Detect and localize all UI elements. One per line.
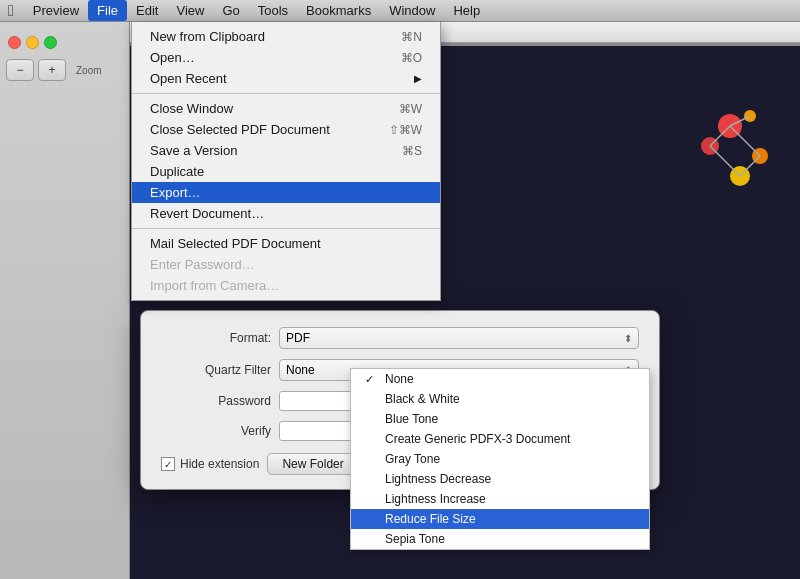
traffic-lights	[0, 30, 129, 55]
verify-label: Verify	[161, 424, 271, 438]
molecule-decoration	[580, 66, 780, 266]
quartz-item-pdfx3[interactable]: Create Generic PDFX-3 Document	[351, 429, 649, 449]
format-label: Format:	[161, 331, 271, 345]
menu-help[interactable]: Help	[444, 0, 489, 21]
menu-separator-1	[132, 93, 440, 94]
menu-item-revert[interactable]: Revert Document…	[132, 203, 440, 224]
checkmark-none: ✓	[365, 373, 379, 386]
menu-window[interactable]: Window	[380, 0, 444, 21]
menu-preview[interactable]: Preview	[24, 0, 88, 21]
menu-file[interactable]: File	[88, 0, 127, 21]
file-menu-dropdown: New from Clipboard ⌘N Open… ⌘O Open Rece…	[131, 22, 441, 301]
menu-go[interactable]: Go	[213, 0, 248, 21]
minimize-button[interactable]	[26, 36, 39, 49]
quartz-dropdown: ✓ None Black & White Blue Tone Create Ge…	[350, 368, 650, 550]
svg-line-9	[710, 146, 740, 176]
close-button[interactable]	[8, 36, 21, 49]
menu-separator-2	[132, 228, 440, 229]
quartz-item-lightness-dec[interactable]: Lightness Decrease	[351, 469, 649, 489]
zoom-label: Zoom	[70, 65, 108, 76]
zoom-toolbar: − + Zoom	[0, 55, 129, 85]
quartz-item-gray[interactable]: Gray Tone	[351, 449, 649, 469]
hide-extension-area: ✓ Hide extension	[161, 457, 259, 471]
menu-item-open[interactable]: Open… ⌘O	[132, 47, 440, 68]
hide-extension-label: Hide extension	[180, 457, 259, 471]
menu-edit[interactable]: Edit	[127, 0, 167, 21]
menu-tools[interactable]: Tools	[249, 0, 297, 21]
quartz-item-reduce[interactable]: Reduce File Size	[351, 509, 649, 529]
menu-item-mail-pdf[interactable]: Mail Selected PDF Document	[132, 233, 440, 254]
menu-bar-items: Preview File Edit View Go Tools Bookmark…	[24, 0, 489, 21]
sidebar: − + Zoom	[0, 22, 130, 579]
menu-item-duplicate[interactable]: Duplicate	[132, 161, 440, 182]
svg-line-6	[740, 156, 760, 176]
quartz-item-lightness-inc[interactable]: Lightness Increase	[351, 489, 649, 509]
menu-item-import-camera: Import from Camera…	[132, 275, 440, 296]
quartz-item-none[interactable]: ✓ None	[351, 369, 649, 389]
hide-extension-checkbox[interactable]: ✓	[161, 457, 175, 471]
format-select-arrow: ⬍	[624, 333, 632, 344]
menu-item-close-pdf[interactable]: Close Selected PDF Document ⇧⌘W	[132, 119, 440, 140]
password-label: Password	[161, 394, 271, 408]
quartz-value: None	[286, 363, 315, 377]
menu-item-open-recent[interactable]: Open Recent ▶	[132, 68, 440, 89]
quartz-item-sepia[interactable]: Sepia Tone	[351, 529, 649, 549]
svg-line-5	[730, 126, 760, 156]
menu-view[interactable]: View	[167, 0, 213, 21]
menu-item-new-from-clipboard[interactable]: New from Clipboard ⌘N	[132, 26, 440, 47]
menu-item-export[interactable]: Export…	[132, 182, 440, 203]
format-select[interactable]: PDF ⬍	[279, 327, 639, 349]
format-value: PDF	[286, 331, 310, 345]
menu-bookmarks[interactable]: Bookmarks	[297, 0, 380, 21]
quartz-item-blue[interactable]: Blue Tone	[351, 409, 649, 429]
menu-item-enter-password: Enter Password…	[132, 254, 440, 275]
zoom-in-button[interactable]: +	[38, 59, 66, 81]
menu-item-close-window[interactable]: Close Window ⌘W	[132, 98, 440, 119]
new-folder-button[interactable]: New Folder	[267, 453, 358, 475]
menu-item-save-version[interactable]: Save a Version ⌘S	[132, 140, 440, 161]
zoom-button[interactable]	[44, 36, 57, 49]
quartz-label: Quartz Filter	[161, 363, 271, 377]
apple-menu-icon[interactable]: 	[8, 2, 14, 20]
format-row: Format: PDF ⬍	[161, 327, 639, 349]
menu-bar:  Preview File Edit View Go Tools Bookma…	[0, 0, 800, 22]
zoom-out-button[interactable]: −	[6, 59, 34, 81]
quartz-item-bw[interactable]: Black & White	[351, 389, 649, 409]
